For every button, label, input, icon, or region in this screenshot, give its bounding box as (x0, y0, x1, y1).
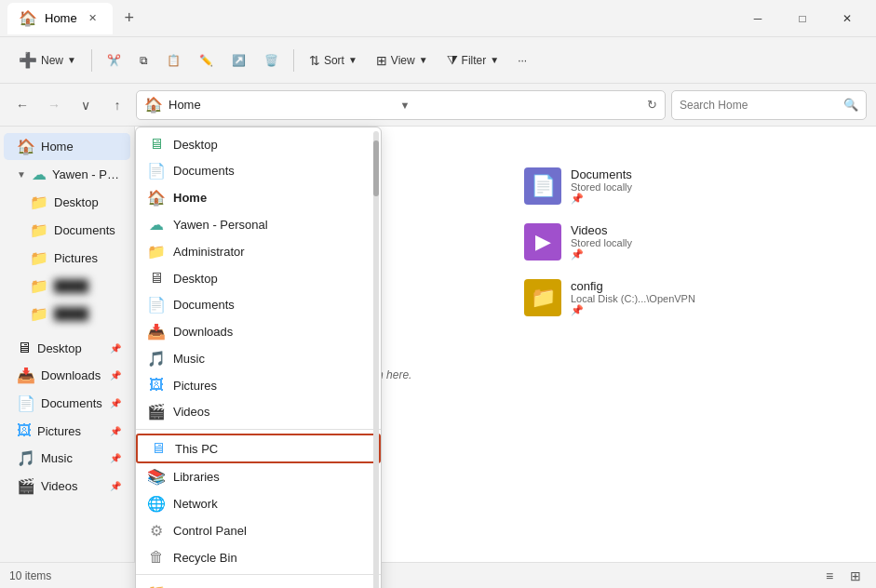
sidebar-item-desktop-pinned[interactable]: 🖥 Desktop 📌 (4, 335, 130, 361)
share-button[interactable]: ↗️ (224, 49, 253, 72)
content-item-config[interactable]: 📁 config Local Disk (C:)...\OpenVPN 📌 (517, 274, 861, 322)
paste-button[interactable]: 📋 (159, 49, 188, 72)
config-folder-icon: 📁 (524, 279, 561, 316)
dd-item-thispc[interactable]: 🖥 This PC (136, 434, 381, 463)
dd-item-controlpanel[interactable]: ⚙ Control Panel (136, 517, 381, 544)
pin-icon: 📌 (110, 426, 121, 436)
search-input[interactable] (680, 99, 838, 112)
sidebar-item-desktop[interactable]: 📁 Desktop (4, 189, 130, 216)
search-box[interactable]: 🔍 (671, 90, 867, 120)
filter-icon: ⧩ (447, 52, 458, 68)
music-icon: 🎵 (17, 449, 35, 467)
sidebar-item-label: Music (41, 451, 104, 465)
pin-icon: 📌 (110, 343, 121, 354)
sidebar-item-pictures-pinned[interactable]: 🖼 Pictures 📌 (4, 418, 130, 444)
music-icon: 🎵 (147, 350, 166, 368)
dd-item-network[interactable]: 🌐 Network (136, 490, 381, 517)
dd-item-label: Desktop (173, 138, 218, 152)
dd-item-label: Network (173, 497, 218, 511)
toolbar-separator-2 (293, 49, 294, 72)
videos-name: Videos (571, 223, 632, 237)
dd-item-recyclebin[interactable]: 🗑 Recycle Bin (136, 544, 381, 570)
dd-item-administrator[interactable]: 📁 Administrator (136, 238, 381, 265)
tab-close-button[interactable]: ✕ (85, 10, 101, 27)
back-button[interactable]: ← (9, 92, 35, 118)
sidebar-item-pictures[interactable]: 📁 Pictures (4, 245, 130, 272)
dd-item-desktop2[interactable]: 🖥 Desktop (136, 265, 381, 291)
sidebar-item-videos[interactable]: 🎬 Videos 📌 (4, 473, 130, 500)
sidebar-item-label: Downloads (41, 368, 104, 382)
forward-button[interactable]: → (41, 92, 67, 118)
sort-button[interactable]: ⇅ Sort ▼ (302, 48, 365, 73)
new-button[interactable]: ➕ New ▼ (11, 47, 84, 74)
dd-item-label: Music (173, 352, 205, 366)
window-controls: ─ □ ✕ (736, 4, 869, 33)
sidebar-item-blurred1[interactable]: 📁 ████ (4, 273, 130, 300)
sidebar-item-yawen[interactable]: ▼ ☁ Yawen - Persona... (4, 161, 130, 188)
sidebar-item-label: ████ (54, 307, 121, 321)
pin-icon: 📌 (110, 481, 121, 491)
maximize-button[interactable]: □ (781, 4, 824, 33)
minimize-button[interactable]: ─ (736, 4, 779, 33)
dd-item-home[interactable]: 🏠 Home (136, 184, 381, 211)
main-layout: 🏠 Home ▼ ☁ Yawen - Persona... 📁 Desktop … (0, 127, 876, 562)
filter-button[interactable]: ⧩ Filter ▼ (439, 47, 507, 73)
documents-icon: 📄 (17, 394, 35, 412)
pin-icon: 📌 (110, 370, 121, 381)
cut-button[interactable]: ✂️ (100, 49, 128, 72)
dd-item-libraries[interactable]: 📚 Libraries (136, 463, 381, 490)
content-item-documents[interactable]: 📄 Documents Stored locally 📌 (517, 162, 861, 210)
expand-icon: ▼ (17, 169, 26, 180)
sidebar-item-home[interactable]: 🏠 Home (4, 133, 130, 160)
dd-item-yawen[interactable]: ☁ Yawen - Personal (136, 211, 381, 238)
up-button[interactable]: ↑ (104, 92, 130, 118)
sidebar-item-music[interactable]: 🎵 Music 📌 (4, 445, 130, 472)
dd-item-music[interactable]: 🎵 Music (136, 345, 381, 372)
refresh-button[interactable]: ↻ (647, 98, 657, 112)
dd-item-label: Videos (173, 405, 210, 419)
more-button[interactable]: ··· (510, 49, 534, 72)
rename-button[interactable]: ✏️ (192, 49, 221, 72)
sidebar-item-blurred2[interactable]: 📁 ████ (4, 301, 130, 327)
down-button[interactable]: ∨ (73, 92, 99, 118)
dd-item-pictures[interactable]: 🖼 Pictures (136, 372, 381, 398)
view-button[interactable]: ⊞ View ▼ (369, 48, 436, 73)
sort-chevron-icon: ▼ (348, 55, 357, 65)
home-icon: 🏠 (17, 138, 35, 155)
folder-icon: 📁 (30, 249, 48, 267)
sidebar-item-documents-pinned[interactable]: 📄 Documents 📌 (4, 390, 130, 417)
desktop-icon: 🖥 (17, 340, 32, 356)
folder-icon: 📁 (30, 194, 48, 211)
copy-icon: ⧉ (140, 54, 148, 67)
config-pin: 📌 (571, 304, 695, 316)
view-label: View (391, 54, 415, 67)
dropdown-scroll-thumb[interactable] (373, 140, 379, 196)
sidebar-item-downloads[interactable]: 📥 Downloads 📌 (4, 362, 130, 389)
folder-icon: 📁 (30, 305, 48, 323)
desktop-icon: 🖥 (147, 136, 166, 153)
search-icon: 🔍 (843, 98, 858, 112)
address-dropdown: 🖥 Desktop 📄 Documents 🏠 Home ☁ Yawen - P… (135, 127, 382, 588)
dd-item-desktop[interactable]: 🖥 Desktop (136, 131, 381, 157)
dd-item-videos[interactable]: 🎬 Videos (136, 398, 381, 425)
grid-view-button[interactable]: ⊞ (844, 566, 867, 586)
view-chevron-icon: ▼ (419, 55, 428, 65)
copy-button[interactable]: ⧉ (132, 49, 155, 72)
sidebar-item-label: Desktop (54, 195, 121, 209)
dd-item-documents[interactable]: 📄 Documents (136, 157, 381, 184)
dropdown-scrollbar[interactable] (373, 131, 379, 588)
close-button[interactable]: ✕ (826, 4, 869, 33)
new-tab-button[interactable]: + (116, 6, 142, 32)
dd-item-downloads[interactable]: 📥 Downloads (136, 318, 381, 345)
dd-item-documents2[interactable]: 📄 Documents (136, 291, 381, 318)
content-item-videos[interactable]: ▶ Videos Stored locally 📌 (517, 218, 861, 266)
tab-home[interactable]: 🏠 Home ✕ (7, 3, 113, 34)
delete-button[interactable]: 🗑️ (257, 49, 286, 72)
list-view-button[interactable]: ≡ (818, 566, 841, 586)
address-input[interactable]: 🏠 Home ▼ ↻ (136, 90, 666, 120)
dd-item-label: Documents (173, 164, 235, 178)
status-bar: 10 items ≡ ⊞ (0, 562, 876, 588)
sidebar-item-documents[interactable]: 📁 Documents (4, 217, 130, 244)
dd-item-mm[interactable]: 📁 MM (136, 579, 381, 588)
address-bar: ← → ∨ ↑ 🏠 Home ▼ ↻ 🔍 (0, 84, 876, 127)
